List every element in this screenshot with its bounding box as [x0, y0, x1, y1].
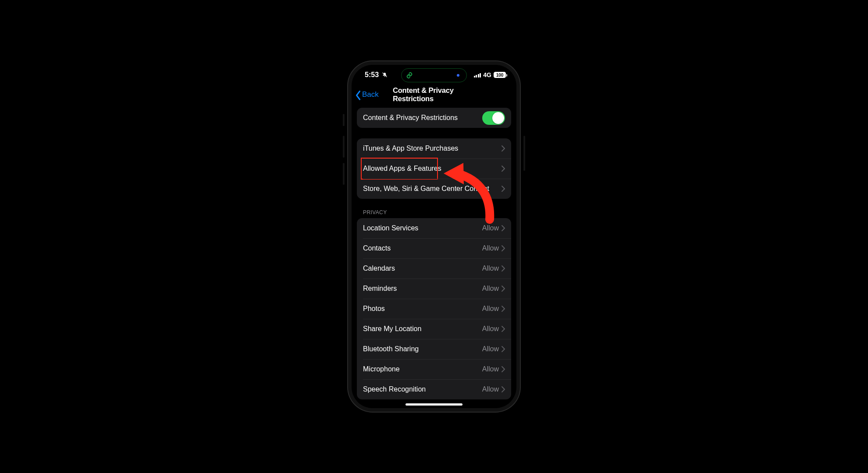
row-label: iTunes & App Store Purchases	[363, 145, 502, 152]
row-label: Allowed Apps & Features	[363, 165, 502, 173]
row-label: Share My Location	[363, 325, 482, 333]
row-label: Content & Privacy Restrictions	[363, 114, 482, 122]
row-microphone[interactable]: Microphone Allow	[357, 359, 511, 379]
navigation-bar: Back Content & Privacy Restrictions	[352, 85, 516, 104]
row-store-web-siri-content[interactable]: Store, Web, Siri & Game Center Content	[357, 179, 511, 199]
row-label: Location Services	[363, 224, 482, 232]
row-itunes-purchases[interactable]: iTunes & App Store Purchases	[357, 138, 511, 159]
row-value: Allow	[482, 265, 499, 272]
chevron-right-icon	[502, 306, 505, 312]
chevron-right-icon	[502, 366, 505, 372]
home-indicator[interactable]	[406, 403, 462, 406]
row-value: Allow	[482, 385, 499, 393]
row-label: Calendars	[363, 265, 482, 272]
chevron-right-icon	[502, 326, 505, 332]
chevron-right-icon	[502, 286, 505, 292]
row-contacts[interactable]: Contacts Allow	[357, 238, 511, 258]
iphone-frame: 5:53 4G 100	[348, 61, 520, 412]
row-label: Bluetooth Sharing	[363, 345, 482, 353]
row-calendars[interactable]: Calendars Allow	[357, 258, 511, 279]
status-bar: 5:53 4G 100	[352, 65, 516, 85]
row-value: Allow	[482, 325, 499, 333]
row-value: Allow	[482, 365, 499, 373]
back-button[interactable]: Back	[355, 90, 379, 99]
row-value: Allow	[482, 224, 499, 232]
row-speech-recognition[interactable]: Speech Recognition Allow	[357, 379, 511, 399]
silent-mode-icon	[381, 72, 388, 78]
row-label: Contacts	[363, 244, 482, 252]
dynamic-island	[401, 68, 467, 82]
row-value: Allow	[482, 305, 499, 313]
row-label: Photos	[363, 305, 482, 313]
status-time: 5:53	[365, 71, 379, 79]
recording-indicator-icon	[457, 74, 459, 77]
restrictions-group: iTunes & App Store Purchases Allowed App…	[357, 138, 511, 199]
cellular-signal-icon	[474, 72, 481, 78]
row-reminders[interactable]: Reminders Allow	[357, 279, 511, 299]
chevron-right-icon	[502, 245, 505, 251]
row-label: Store, Web, Siri & Game Center Content	[363, 185, 502, 193]
settings-content: Content & Privacy Restrictions iTunes & …	[352, 104, 516, 408]
chevron-right-icon	[502, 186, 505, 192]
section-header-privacy: PRIVACY	[357, 209, 511, 218]
row-allowed-apps-features[interactable]: Allowed Apps & Features	[357, 159, 511, 179]
row-bluetooth-sharing[interactable]: Bluetooth Sharing Allow	[357, 339, 511, 359]
toggle-switch[interactable]	[482, 111, 505, 125]
link-chain-icon	[406, 72, 413, 79]
row-value: Allow	[482, 345, 499, 353]
row-value: Allow	[482, 285, 499, 293]
privacy-group: Location Services Allow Contacts Allow C…	[357, 218, 511, 399]
content-privacy-toggle-row[interactable]: Content & Privacy Restrictions	[357, 108, 511, 128]
chevron-left-icon	[355, 90, 361, 99]
row-label: Reminders	[363, 285, 482, 293]
toggle-knob	[492, 112, 504, 124]
chevron-right-icon	[502, 386, 505, 392]
network-type: 4G	[483, 71, 491, 78]
back-label: Back	[362, 90, 379, 99]
chevron-right-icon	[502, 346, 505, 352]
chevron-right-icon	[502, 145, 505, 152]
chevron-right-icon	[502, 265, 505, 272]
row-label: Microphone	[363, 365, 482, 373]
chevron-right-icon	[502, 166, 505, 172]
master-toggle-group: Content & Privacy Restrictions	[357, 108, 511, 128]
battery-icon: 100	[494, 72, 506, 78]
row-value: Allow	[482, 244, 499, 252]
screen: 5:53 4G 100	[352, 65, 516, 408]
row-photos[interactable]: Photos Allow	[357, 299, 511, 319]
battery-percentage: 100	[496, 73, 504, 78]
row-location-services[interactable]: Location Services Allow	[357, 218, 511, 238]
row-label: Speech Recognition	[363, 385, 482, 393]
page-title: Content & Privacy Restrictions	[393, 86, 475, 103]
row-share-my-location[interactable]: Share My Location Allow	[357, 319, 511, 339]
chevron-right-icon	[502, 225, 505, 231]
